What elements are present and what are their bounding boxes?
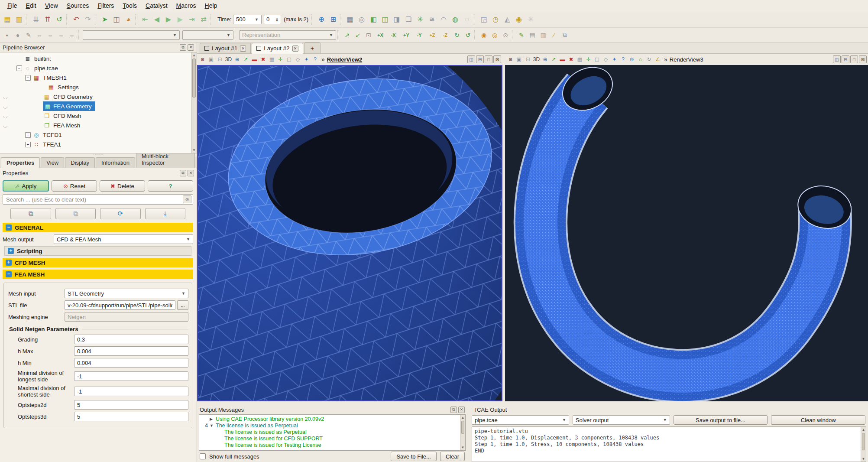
rotate-90-cw-icon[interactable]: ↻: [452, 30, 462, 40]
save-defaults-icon[interactable]: ⤓: [145, 208, 186, 219]
threshold-icon[interactable]: ◨: [391, 14, 402, 25]
select-points-icon[interactable]: ✛: [584, 55, 593, 64]
scrollbar-thumb[interactable]: [192, 59, 196, 98]
optsteps2d-input[interactable]: [74, 400, 188, 410]
clean-window-button[interactable]: Clean window: [771, 415, 865, 425]
select-cells-on-icon[interactable]: ▪: [2, 30, 12, 40]
close-dock-button[interactable]: ✕: [458, 407, 465, 413]
float-dock-button[interactable]: ⧉: [450, 407, 457, 413]
collapse-icon[interactable]: ▼: [210, 423, 216, 428]
time-value-combo[interactable]: 500 ▼: [233, 15, 262, 24]
menu-help[interactable]: Help: [201, 1, 221, 10]
lightkit-icon[interactable]: ▤: [527, 30, 538, 40]
menu-filters[interactable]: Filters: [94, 1, 118, 10]
camera-minus-z-button[interactable]: -Z: [439, 30, 452, 40]
rotate-90-ccw-icon[interactable]: ↺: [463, 30, 473, 40]
select-polygon-icon[interactable]: ◇: [294, 55, 302, 64]
visibility-eye-icon[interactable]: ◡: [0, 94, 10, 100]
texture-icon[interactable]: ▥: [538, 30, 548, 40]
pipeline-row-cfd-geometry[interactable]: ◡ ▦ CFD Geometry: [0, 92, 197, 101]
render-viewport-2[interactable]: [505, 65, 868, 401]
scrollbar-thumb[interactable]: [461, 421, 464, 434]
maximal-division-input[interactable]: [74, 387, 188, 396]
select-points-through-icon[interactable]: ⇔: [45, 30, 55, 40]
pipeline-row-tcfd1[interactable]: + ◎ TCFD1: [0, 130, 197, 140]
pipeline-row-builtin[interactable]: ≣ builtin:: [0, 54, 197, 63]
previous-frame-icon[interactable]: ◀: [151, 14, 162, 25]
remove-view-icon[interactable]: ▬: [558, 55, 567, 64]
open-file-icon[interactable]: ▤: [2, 14, 13, 25]
reset-session-icon[interactable]: ↺: [54, 14, 65, 25]
console-scrollbar[interactable]: ▲ ▼: [861, 427, 866, 462]
dock-splitter[interactable]: [467, 405, 471, 462]
hover-info-icon[interactable]: ?: [619, 55, 627, 64]
slice-along-icon[interactable]: ◭: [502, 14, 513, 25]
collapse-icon[interactable]: −: [16, 65, 22, 71]
menu-file[interactable]: File: [3, 1, 21, 10]
expand-icon[interactable]: ▶: [210, 417, 216, 421]
section-fea-mesh[interactable]: − FEA MESH: [3, 270, 193, 279]
hmin-input[interactable]: [74, 358, 188, 368]
tab-information[interactable]: Information: [96, 157, 135, 168]
save-output-to-file-button[interactable]: Save output to file...: [674, 415, 768, 425]
select-frustum-icon[interactable]: ▢: [593, 55, 601, 64]
temporal-snap-icon[interactable]: ◷: [490, 14, 501, 25]
minimal-division-input[interactable]: [74, 371, 188, 381]
clip-icon[interactable]: ◧: [368, 14, 379, 25]
menu-edit[interactable]: Edit: [22, 1, 40, 10]
group-datasets-icon[interactable]: ◍: [450, 14, 461, 25]
visibility-eye-icon[interactable]: ◡: [0, 113, 10, 119]
pipeline-row-pipe-tcae[interactable]: − ◌ pipe.tcae: [0, 63, 197, 73]
rescale-range-icon[interactable]: ↗: [242, 55, 250, 64]
apply-button[interactable]: ⬀ Apply: [3, 180, 49, 192]
rescale-range-icon[interactable]: ↗: [550, 55, 558, 64]
tab-display[interactable]: Display: [65, 157, 95, 168]
slice-icon[interactable]: ◫: [379, 14, 391, 25]
optsteps3d-input[interactable]: [74, 412, 188, 421]
menu-sources[interactable]: Sources: [63, 1, 93, 10]
float-dock-button[interactable]: ⧉: [180, 170, 186, 176]
select-cells-poly-icon[interactable]: ⇔: [56, 30, 66, 40]
spin-arrows-icon[interactable]: ▲▼: [275, 17, 279, 22]
search-options-icon[interactable]: ⊛: [183, 195, 191, 203]
menu-macros[interactable]: Macros: [172, 1, 200, 10]
pipeline-row-fea-mesh[interactable]: ◡ ❒ FEA Mesh: [0, 120, 197, 130]
tab-layout-2[interactable]: Layout #2 ✕: [252, 43, 303, 54]
temporal-cache-icon[interactable]: ◉: [513, 14, 525, 25]
camera-plus-z-button[interactable]: +Z: [426, 30, 439, 40]
tab-view[interactable]: View: [41, 157, 64, 168]
last-frame-icon[interactable]: ⇥: [186, 14, 198, 25]
zoom-select-icon[interactable]: ⊕: [316, 14, 327, 25]
close-tab-icon[interactable]: ✕: [240, 46, 246, 52]
toolbar-overflow-chevron[interactable]: »: [321, 56, 325, 63]
select-cells-icon[interactable]: ▦: [576, 55, 584, 64]
pipeline-row-tmesh1[interactable]: − ▦ TMESH1: [0, 73, 197, 82]
grading-input[interactable]: [74, 335, 188, 344]
scroll-up-icon[interactable]: ▲: [460, 415, 465, 420]
first-frame-icon[interactable]: ⇤: [139, 14, 151, 25]
disconnect-server-icon[interactable]: ⇈: [42, 14, 53, 25]
color-palette-icon[interactable]: ◕: [123, 14, 134, 25]
connect-server-icon[interactable]: ⇊: [30, 14, 42, 25]
save-to-file-button[interactable]: Save to File...: [391, 452, 436, 461]
mesh-output-combo[interactable]: CFD & FEA Mesh ▼: [54, 234, 193, 244]
auto-apply-icon[interactable]: ➤: [99, 14, 110, 25]
select-points-icon[interactable]: ✛: [276, 55, 285, 64]
select-frustum-icon[interactable]: ▢: [285, 55, 293, 64]
show-full-messages-checkbox[interactable]: [200, 453, 206, 459]
copy-properties-icon[interactable]: ⧉: [10, 208, 51, 219]
stream-tracer-icon[interactable]: ≋: [426, 14, 437, 25]
render-view-2-name[interactable]: RenderView3: [670, 56, 703, 63]
message-row[interactable]: 4 ▼ The license is issued as Perpetual: [200, 422, 459, 429]
interpolate-icon[interactable]: ✳: [525, 14, 536, 25]
save-screenshot-icon[interactable]: ◙: [198, 55, 207, 64]
scroll-down-icon[interactable]: ▼: [460, 445, 465, 450]
close-data-icon[interactable]: ✖: [567, 55, 575, 64]
maximize-view-button[interactable]: □: [850, 55, 858, 63]
calculator-icon[interactable]: ▦: [344, 14, 356, 25]
ruler-icon[interactable]: ∕: [549, 30, 559, 40]
render-viewport-1[interactable]: [197, 65, 502, 401]
search-input[interactable]: [3, 194, 193, 205]
expand-icon[interactable]: +: [25, 142, 31, 147]
close-dock-button[interactable]: ✕: [188, 44, 194, 51]
